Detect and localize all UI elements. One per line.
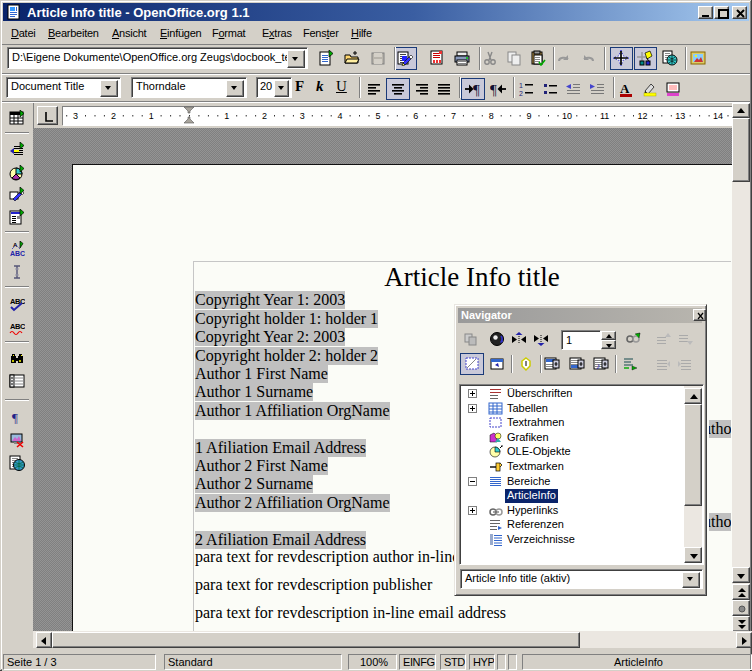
svg-text:ABC: ABC (10, 322, 25, 331)
svg-text:3: 3 (73, 111, 78, 121)
svg-text:¶: ¶ (12, 410, 18, 425)
svg-text:1: 1 (224, 111, 229, 121)
svg-text:A: A (620, 81, 630, 96)
svg-text:8: 8 (489, 111, 494, 121)
svg-text:3: 3 (300, 111, 305, 121)
svg-text:4: 4 (338, 111, 343, 121)
svg-text:♪: ♪ (596, 361, 601, 371)
svg-text:2: 2 (519, 90, 523, 97)
svg-text:10: 10 (562, 111, 572, 121)
svg-text:7: 7 (451, 111, 456, 121)
svg-text:1: 1 (149, 111, 154, 121)
svg-text:6: 6 (413, 111, 418, 121)
svg-text:9: 9 (527, 111, 532, 121)
svg-text:11: 11 (600, 111, 609, 121)
svg-text:1: 1 (519, 82, 523, 89)
svg-text:¶: ¶ (473, 82, 480, 98)
svg-text:¶: ¶ (490, 82, 497, 98)
svg-text:2: 2 (262, 111, 267, 121)
svg-text:2: 2 (111, 111, 116, 121)
svg-text:13: 13 (675, 111, 685, 121)
svg-text:ABC: ABC (10, 250, 25, 257)
svg-text:ABC: ABC (10, 297, 25, 306)
svg-text:14: 14 (713, 111, 723, 121)
svg-text:12: 12 (637, 111, 647, 121)
svg-text:5: 5 (375, 111, 380, 121)
